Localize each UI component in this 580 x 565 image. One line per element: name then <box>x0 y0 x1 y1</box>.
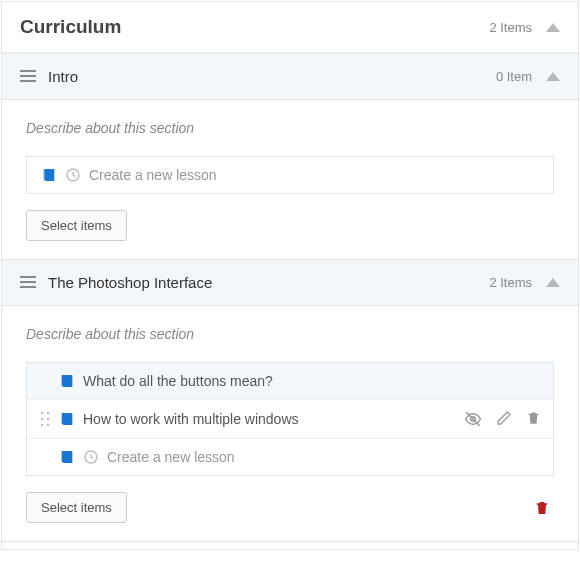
section-description[interactable]: Describe about this section <box>26 120 554 136</box>
drag-dots-icon[interactable] <box>39 410 51 428</box>
drag-handle-icon[interactable] <box>20 70 36 84</box>
section-description[interactable]: Describe about this section <box>26 326 554 342</box>
trash-icon[interactable] <box>526 410 541 426</box>
row-actions <box>464 410 541 428</box>
book-icon <box>41 167 57 183</box>
collapse-icon[interactable] <box>546 23 560 32</box>
section-title: The Photoshop Interface <box>48 274 489 291</box>
footer-spacer <box>2 541 578 549</box>
section-actions: Select items <box>26 210 554 241</box>
book-icon <box>59 373 75 389</box>
page-title: Curriculum <box>20 16 489 38</box>
select-items-button[interactable]: Select items <box>26 492 127 523</box>
new-lesson-placeholder: Create a new lesson <box>107 449 541 465</box>
book-icon <box>59 449 75 465</box>
edit-icon[interactable] <box>496 410 512 426</box>
section-header[interactable]: The Photoshop Interface 2 Items <box>2 259 578 306</box>
lesson-row[interactable]: What do all the buttons mean? <box>27 363 553 400</box>
drag-handle-icon[interactable] <box>20 276 36 290</box>
svg-rect-0 <box>52 169 55 181</box>
svg-rect-7 <box>70 451 73 463</box>
section-actions: Select items <box>26 492 554 523</box>
items-list: What do all the buttons mean? How to wor… <box>26 362 554 476</box>
new-lesson-row[interactable]: Create a new lesson <box>27 439 553 475</box>
section-count: 0 Item <box>496 69 532 84</box>
lesson-title: How to work with multiple windows <box>83 411 456 427</box>
section-count: 2 Items <box>489 275 532 290</box>
svg-rect-4 <box>70 413 73 425</box>
curriculum-header: Curriculum 2 Items <box>2 2 578 53</box>
clock-icon <box>83 449 99 465</box>
clock-icon <box>65 167 81 183</box>
lesson-title: What do all the buttons mean? <box>83 373 541 389</box>
lesson-row[interactable]: How to work with multiple windows <box>27 400 553 439</box>
curriculum-panel: Curriculum 2 Items Intro 0 Item Describe… <box>1 1 579 550</box>
new-lesson-placeholder: Create a new lesson <box>89 167 541 183</box>
svg-rect-1 <box>44 169 45 181</box>
section-title: Intro <box>48 68 496 85</box>
collapse-icon[interactable] <box>546 72 560 81</box>
select-items-button[interactable]: Select items <box>26 210 127 241</box>
svg-rect-3 <box>70 375 73 387</box>
section-body: Describe about this section Create a new… <box>2 100 578 259</box>
items-list: Create a new lesson <box>26 156 554 194</box>
visibility-off-icon[interactable] <box>464 410 482 428</box>
delete-section-icon[interactable] <box>534 499 550 517</box>
book-icon <box>59 411 75 427</box>
collapse-icon[interactable] <box>546 278 560 287</box>
new-lesson-row[interactable]: Create a new lesson <box>27 157 553 193</box>
item-count: 2 Items <box>489 20 532 35</box>
section-header[interactable]: Intro 0 Item <box>2 53 578 100</box>
section-body: Describe about this section What do all … <box>2 306 578 541</box>
